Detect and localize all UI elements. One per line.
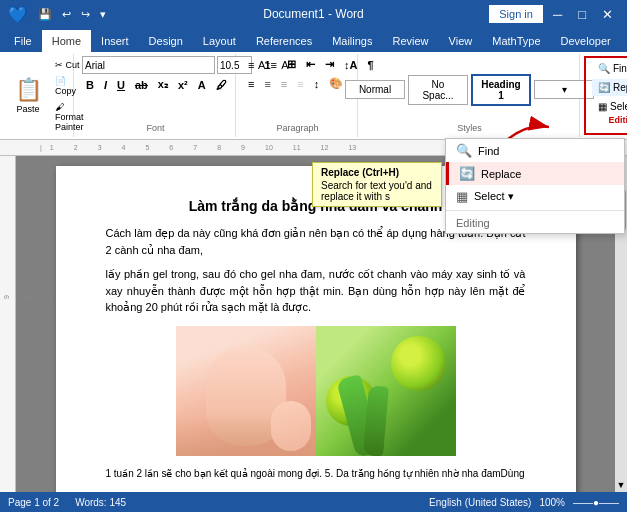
align-left-button[interactable]: ≡	[244, 76, 258, 92]
dropdown-select-item[interactable]: ▦ Select ▾	[446, 185, 624, 208]
dropdown-editing-item: Editing	[446, 213, 624, 233]
dropdown-replace-icon: 🔄	[459, 166, 475, 181]
dropdown-find-icon: 🔍	[456, 143, 472, 158]
lime-image	[316, 326, 456, 456]
find-button[interactable]: 🔍 Find ▾	[592, 60, 627, 77]
underline-button[interactable]: U	[113, 77, 129, 93]
customize-btn[interactable]: ▾	[96, 6, 110, 23]
style-no-spacing[interactable]: No Spac...	[408, 75, 468, 105]
tab-layout[interactable]: Layout	[193, 30, 246, 52]
paragraph-group: ≡ 1≡ ⊞ ⇤ ⇥ ↕A ¶ ≡ ≡ ≡ ≡ ↕ 🎨 □	[238, 54, 358, 137]
undo-btn[interactable]: ↩	[58, 6, 75, 23]
editing-label: Editing	[609, 115, 627, 125]
style-normal[interactable]: Normal	[345, 80, 405, 99]
page-info: Page 1 of 2	[8, 497, 59, 508]
sign-in-button[interactable]: Sign in	[489, 5, 543, 23]
styles-group: Normal No Spac... Heading 1 ▾ Styles	[360, 54, 580, 137]
clipboard-group: 📋 Paste ✂ Cut 📄 Copy 🖌 Format Painter Cl…	[4, 54, 74, 137]
tooltip-desc: Search for text you'd and replace it wit…	[321, 180, 433, 202]
tab-review[interactable]: Review	[383, 30, 439, 52]
quick-access-toolbar: 💾 ↩ ↪ ▾	[34, 6, 110, 23]
justify-button[interactable]: ≡	[293, 76, 307, 92]
redo-btn[interactable]: ↪	[77, 6, 94, 23]
tooltip-title: Replace (Ctrl+H)	[321, 167, 433, 178]
document-para2: lấy phần gel trong, sau đó cho gel nha đ…	[106, 266, 526, 316]
line-spacing-button[interactable]: ↕	[310, 76, 324, 92]
face-image	[176, 326, 316, 456]
align-right-button[interactable]: ≡	[277, 76, 291, 92]
numbering-button[interactable]: 1≡	[260, 57, 281, 73]
dropdown-replace-item[interactable]: 🔄 Replace	[446, 162, 624, 185]
save-quick-btn[interactable]: 💾	[34, 6, 56, 23]
text-color-button[interactable]: A	[194, 77, 210, 93]
scroll-down-btn[interactable]: ▼	[617, 478, 626, 492]
style-heading1[interactable]: Heading 1	[471, 74, 531, 106]
title-bar-left: 💙 💾 ↩ ↪ ▾	[8, 5, 110, 24]
tab-mathtype[interactable]: MathType	[482, 30, 550, 52]
decrease-indent-button[interactable]: ⇤	[302, 56, 319, 73]
tab-references[interactable]: References	[246, 30, 322, 52]
styles-label: Styles	[457, 123, 482, 135]
dropdown-select-icon: ▦	[456, 189, 468, 204]
word-icon: 💙	[8, 5, 28, 24]
language-info: English (United States)	[429, 497, 531, 508]
replace-icon: 🔄	[598, 82, 610, 93]
paste-icon: 📋	[15, 77, 42, 103]
italic-button[interactable]: I	[100, 77, 111, 93]
tab-mailings[interactable]: Mailings	[322, 30, 382, 52]
font-name-input[interactable]	[82, 56, 215, 74]
document-title: Document1 - Word	[263, 7, 363, 21]
word-count: Words: 145	[75, 497, 126, 508]
tab-file[interactable]: File	[4, 30, 42, 52]
select-icon: ▦	[598, 101, 607, 112]
tab-insert[interactable]: Insert	[91, 30, 139, 52]
superscript-button[interactable]: x²	[174, 77, 192, 93]
bold-button[interactable]: B	[82, 77, 98, 93]
font-group: A⁺ A⁻ B I U ab x₂ x² A 🖊 Font	[76, 54, 236, 137]
ribbon: 📋 Paste ✂ Cut 📄 Copy 🖌 Format Painter Cl…	[0, 52, 627, 140]
tab-view[interactable]: View	[439, 30, 483, 52]
dropdown-find-item[interactable]: 🔍 Find	[446, 139, 624, 162]
ribbon-tabs: File Home Insert Design Layout Reference…	[0, 28, 627, 52]
zoom-level: 100%	[539, 497, 565, 508]
vertical-ruler: 1 2 3 4 5 6 7 8 9	[0, 156, 16, 492]
paragraph-label: Paragraph	[276, 123, 318, 135]
paste-button[interactable]: 📋 Paste	[8, 74, 48, 117]
minimize-btn[interactable]: ─	[547, 5, 568, 24]
highlight-button[interactable]: 🖊	[212, 77, 231, 93]
shading-button[interactable]: 🎨	[325, 75, 347, 92]
select-button[interactable]: ▦ Select ▾	[592, 98, 627, 115]
status-bar: Page 1 of 2 Words: 145 English (United S…	[0, 492, 627, 512]
editing-section[interactable]: 🔍 Find ▾ 🔄 Replace ▦ Select ▾ Editing	[584, 56, 627, 135]
tooltip-box: Replace (Ctrl+H) Search for text you'd a…	[312, 162, 442, 207]
bullets-button[interactable]: ≡	[244, 57, 258, 73]
find-icon: 🔍	[598, 63, 610, 74]
font-label: Font	[146, 123, 164, 135]
increase-indent-button[interactable]: ⇥	[321, 56, 338, 73]
document-images	[106, 326, 526, 456]
tab-design[interactable]: Design	[139, 30, 193, 52]
multilevel-button[interactable]: ⊞	[283, 56, 300, 73]
align-center-button[interactable]: ≡	[260, 76, 274, 92]
tab-developer[interactable]: Developer	[551, 30, 621, 52]
close-btn[interactable]: ✕	[596, 5, 619, 24]
zoom-slider[interactable]: ——●——	[573, 497, 619, 508]
tab-help[interactable]: Help	[621, 30, 627, 52]
subscript-button[interactable]: x₂	[154, 76, 172, 93]
title-bar: 💙 💾 ↩ ↪ ▾ Document1 - Word Sign in ─ □ ✕	[0, 0, 627, 28]
document-caption: 1 tuần 2 lần sẽ cho bạn kết quả ngoài mo…	[106, 466, 526, 481]
replace-button[interactable]: 🔄 Replace	[592, 79, 627, 96]
tab-home[interactable]: Home	[42, 30, 91, 52]
title-bar-right: Sign in ─ □ ✕	[489, 5, 619, 24]
strikethrough-button[interactable]: ab	[131, 77, 152, 93]
dropdown-separator	[446, 210, 624, 211]
dropdown-menu: 🔍 Find 🔄 Replace ▦ Select ▾ Editing	[445, 138, 625, 234]
restore-btn[interactable]: □	[572, 5, 592, 24]
